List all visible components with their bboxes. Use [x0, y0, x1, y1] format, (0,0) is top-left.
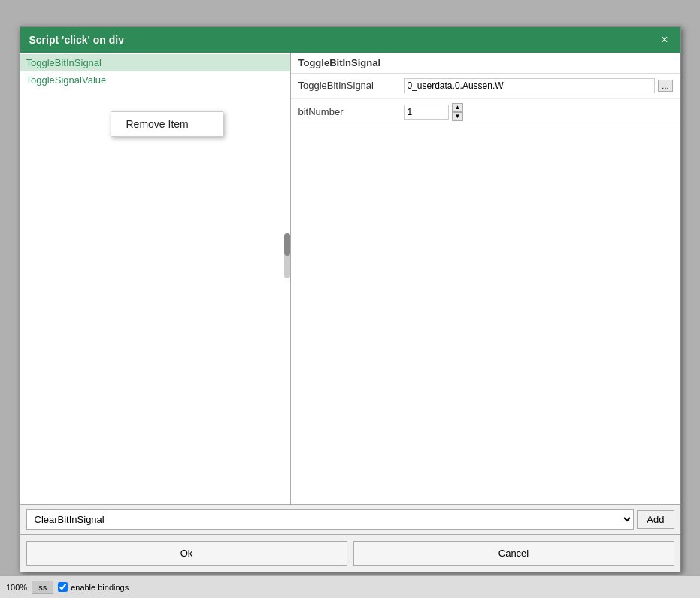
prop-value-row: ... — [404, 78, 673, 93]
enable-bindings-label: enable bindings — [71, 583, 129, 592]
list-item-togglesignalvalue[interactable]: ToggleSignalValue — [20, 71, 290, 89]
enable-bindings-checkbox[interactable] — [58, 582, 68, 592]
right-panel: ToggleBitInSignal ToggleBitInSignal ... — [291, 53, 680, 504]
right-panel-header: ToggleBitInSignal — [291, 53, 680, 74]
spin-buttons: ▲ ▼ — [452, 103, 464, 121]
dialog: Script 'click' on div × ToggleBitInSigna… — [20, 26, 681, 572]
zoom-level: 100% — [6, 583, 27, 592]
properties-table: ToggleBitInSignal ... bitNumber — [291, 74, 680, 126]
prop-name-signal: ToggleBitInSignal — [291, 74, 396, 99]
property-row-bitnumber: bitNumber ▲ ▼ — [291, 98, 680, 126]
add-button[interactable]: Add — [637, 510, 674, 529]
list-item-togglebitinsignal[interactable]: ToggleBitInSignal — [20, 54, 290, 71]
enable-bindings-checkbox-label[interactable]: enable bindings — [58, 582, 129, 592]
context-menu-item-remove[interactable]: Remove Item — [111, 112, 223, 136]
close-button[interactable]: × — [658, 33, 671, 47]
spin-down-button[interactable]: ▼ — [452, 112, 464, 121]
context-menu: Remove Item — [111, 111, 223, 137]
bottom-bar: ClearBitInSignal ToggleBitInSignal Toggl… — [20, 504, 680, 534]
action-bar: Ok Cancel — [20, 534, 680, 572]
scrollbar-track — [284, 233, 290, 278]
property-row-signal: ToggleBitInSignal ... — [291, 74, 680, 99]
title-bar: Script 'click' on div × — [20, 27, 680, 53]
ok-button[interactable]: Ok — [26, 541, 347, 566]
prop-name-bitnumber: bitNumber — [291, 98, 396, 126]
script-type-dropdown[interactable]: ClearBitInSignal ToggleBitInSignal Toggl… — [26, 509, 635, 530]
scrollbar-thumb[interactable] — [284, 233, 290, 256]
dialog-body: ToggleBitInSignal ToggleSignalValue Remo… — [20, 53, 680, 504]
taskbar-item-ss[interactable]: ss — [32, 581, 53, 594]
spin-cell: ▲ ▼ — [404, 103, 673, 121]
prop-value-cell-bitnumber: ▲ ▼ — [396, 98, 680, 126]
browse-button-signal[interactable]: ... — [658, 80, 672, 92]
left-panel: ToggleBitInSignal ToggleSignalValue Remo… — [20, 53, 291, 504]
prop-value-cell-signal: ... — [396, 74, 680, 99]
taskbar: 100% ss enable bindings — [0, 575, 700, 598]
spin-input-bitnumber[interactable] — [404, 105, 449, 120]
spin-up-button[interactable]: ▲ — [452, 103, 464, 112]
dialog-title: Script 'click' on div — [29, 34, 124, 46]
cancel-button[interactable]: Cancel — [353, 541, 674, 566]
prop-value-input-signal[interactable] — [404, 78, 656, 93]
